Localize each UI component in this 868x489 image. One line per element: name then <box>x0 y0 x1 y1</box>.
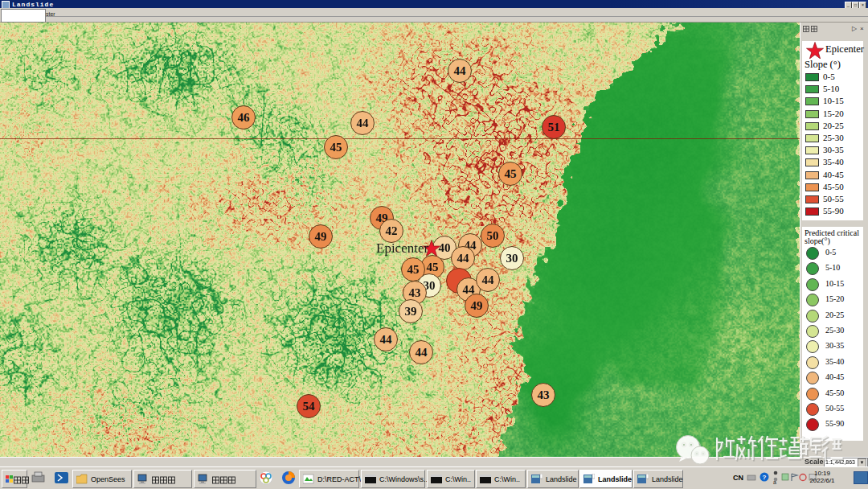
svg-text:?: ? <box>763 474 767 481</box>
svg-text:a: a <box>773 479 776 484</box>
